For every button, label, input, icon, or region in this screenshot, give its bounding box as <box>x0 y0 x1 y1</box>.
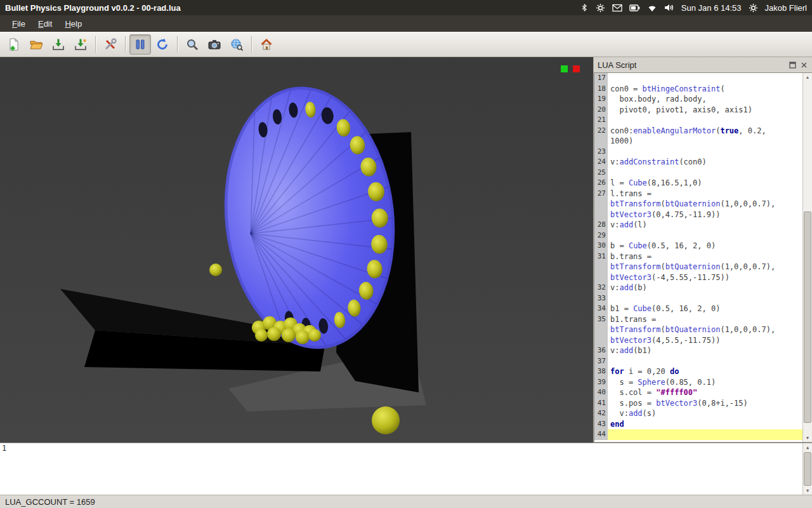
bluetooth-icon[interactable] <box>580 3 589 13</box>
panel-title: LUA Script <box>598 60 785 70</box>
battery-icon[interactable] <box>629 4 640 11</box>
code-text: l = Cube(8,16.5,1,0) <box>608 178 802 189</box>
line-number: 40 <box>594 387 608 398</box>
physics-viewport[interactable] <box>0 57 593 443</box>
save-button[interactable] <box>48 34 69 55</box>
user-menu[interactable]: Jakob Flierl <box>765 3 807 13</box>
scroll-up-arrow[interactable]: ▲ <box>803 443 812 451</box>
scroll-track[interactable] <box>803 81 812 434</box>
code-row[interactable]: 31b.trans = <box>594 251 802 262</box>
settings-gear-icon[interactable] <box>596 3 605 13</box>
console-scrollbar[interactable]: ▲ ▼ <box>802 443 812 495</box>
save-as-button[interactable] <box>70 34 91 55</box>
code-row[interactable]: btTransform(btQuaternion(1,0,0,0.7), <box>594 324 802 335</box>
code-text: btVector3(4,5.5,-11.75)) <box>608 335 802 346</box>
code-row[interactable]: 28v:add(l) <box>594 220 802 231</box>
code-row[interactable]: 21 <box>594 115 802 126</box>
scroll-thumb[interactable] <box>804 452 811 486</box>
scroll-down-arrow[interactable]: ▼ <box>803 434 812 442</box>
menu-bar: File Edit Help <box>0 15 812 32</box>
code-row[interactable]: 33 <box>594 293 802 304</box>
toolbar-separator <box>251 36 252 53</box>
code-text <box>608 147 802 157</box>
line-number: 20 <box>594 105 608 116</box>
code-editor[interactable]: 1718con0 = btHingeConstraint(19 box.body… <box>594 72 812 443</box>
code-row[interactable]: btTransform(btQuaternion(1,0,0,0.7), <box>594 199 802 210</box>
code-row[interactable]: 34b1 = Cube(0.5, 16, 2, 0) <box>594 304 802 314</box>
scroll-up-arrow[interactable]: ▲ <box>803 73 812 81</box>
code-row[interactable]: 17 <box>594 73 802 84</box>
line-number <box>594 262 608 272</box>
code-row[interactable]: 20 pivot0, pivot1, axis0, axis1) <box>594 105 802 116</box>
screenshot-button[interactable] <box>204 34 225 55</box>
line-number: 17 <box>594 73 608 84</box>
code-text <box>608 293 802 304</box>
code-row[interactable]: 41 s.pos = btVector3(0,8+i,-15) <box>594 398 802 409</box>
output-console[interactable]: 1 ▲ ▼ <box>0 443 812 495</box>
code-row[interactable]: 35b1.trans = <box>594 314 802 325</box>
clock[interactable]: Sun Jan 6 14:53 <box>681 3 742 13</box>
wifi-icon[interactable] <box>647 4 657 12</box>
menu-help[interactable]: Help <box>59 17 88 31</box>
code-row[interactable]: btVector3(-4,5.55,-11.75)) <box>594 272 802 283</box>
code-text <box>608 168 802 178</box>
home-button[interactable] <box>256 34 277 55</box>
new-file-button[interactable] <box>3 34 25 55</box>
code-row[interactable]: 27l.trans = <box>594 189 802 199</box>
code-text: v:add(b1) <box>608 345 802 356</box>
code-row[interactable]: 24v:addConstraint(con0) <box>594 157 802 168</box>
line-number: 43 <box>594 419 608 430</box>
zoom-button[interactable] <box>181 34 203 55</box>
code-row[interactable]: 36v:add(b1) <box>594 345 802 356</box>
close-panel-button[interactable] <box>799 60 808 69</box>
code-lines[interactable]: 1718con0 = btHingeConstraint(19 box.body… <box>594 73 802 442</box>
code-row[interactable]: 43end <box>594 419 802 430</box>
mail-icon[interactable] <box>612 4 622 12</box>
code-row[interactable]: btVector3(0,4.75,-11.9)) <box>594 210 802 220</box>
code-row[interactable]: 29 <box>594 231 802 241</box>
volume-icon[interactable] <box>664 3 674 12</box>
panel-header[interactable]: LUA Script <box>594 57 812 72</box>
console-text[interactable] <box>10 443 802 495</box>
menu-edit[interactable]: Edit <box>32 17 58 31</box>
pause-button[interactable] <box>129 34 151 55</box>
toolbar-separator <box>177 36 178 53</box>
code-row[interactable]: 19 box.body, rad.body, <box>594 94 802 105</box>
code-row[interactable]: 26l = Cube(8,16.5,1,0) <box>594 178 802 189</box>
code-row[interactable]: 22con0:enableAngularMotor(true, 0.2, <box>594 126 802 137</box>
float-panel-button[interactable] <box>788 60 797 69</box>
line-number: 34 <box>594 304 608 314</box>
open-file-button[interactable] <box>25 34 47 55</box>
code-row[interactable]: 23 <box>594 147 802 157</box>
scroll-track[interactable] <box>803 451 812 486</box>
code-row[interactable]: 42 v:add(s) <box>594 408 802 419</box>
line-number: 31 <box>594 251 608 262</box>
status-bar: LUA_GCCOUNT = 1659 <box>0 495 812 508</box>
web-search-button[interactable] <box>226 34 247 55</box>
toolbar-separator <box>95 36 96 53</box>
code-row[interactable]: 30b = Cube(0.5, 16, 2, 0) <box>594 241 802 251</box>
code-row[interactable]: 32v:add(b) <box>594 283 802 293</box>
line-number: 32 <box>594 283 608 293</box>
tools-button[interactable] <box>100 34 121 55</box>
lua-script-panel: LUA Script 1718con0 = btHingeConstraint(… <box>593 57 812 443</box>
code-row[interactable]: btTransform(btQuaternion(1,0,0,0.7), <box>594 262 802 272</box>
code-scrollbar[interactable]: ▲ ▼ <box>802 73 812 442</box>
scroll-thumb[interactable] <box>804 211 811 423</box>
code-row[interactable]: 38for i = 0,20 do <box>594 366 802 377</box>
scroll-down-arrow[interactable]: ▼ <box>803 486 812 495</box>
code-row[interactable]: 18con0 = btHingeConstraint( <box>594 84 802 95</box>
code-row[interactable]: 25 <box>594 168 802 178</box>
reload-button[interactable] <box>152 34 173 55</box>
menu-file[interactable]: File <box>6 17 31 31</box>
code-text: 1000) <box>608 136 802 147</box>
yellow-sphere <box>267 327 281 341</box>
code-row[interactable]: 40 s.col = "#ffff00" <box>594 387 802 398</box>
code-row[interactable]: 37 <box>594 356 802 367</box>
session-gear-icon[interactable] <box>749 3 758 13</box>
code-row[interactable]: 1000) <box>594 136 802 147</box>
code-row[interactable]: 39 s = Sphere(0.85, 0.1) <box>594 377 802 388</box>
code-row[interactable]: btVector3(4,5.5,-11.75)) <box>594 335 802 346</box>
code-row[interactable]: 44 <box>594 429 802 440</box>
code-text <box>608 231 802 241</box>
